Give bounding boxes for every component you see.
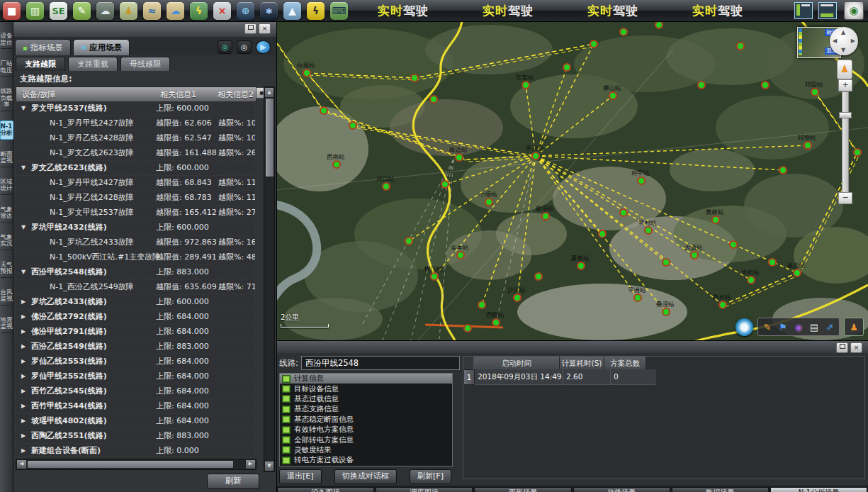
result-col-方案总数[interactable]: 方案总数 (604, 357, 646, 369)
station-marker[interactable] (737, 43, 744, 50)
list-item-基态稳定断面信息[interactable]: 基态稳定断面信息 (280, 415, 452, 425)
layers-close-icon[interactable]: × (213, 2, 231, 20)
result-restore-button[interactable] (836, 342, 848, 353)
scroll-right-icon[interactable]: ▶ (245, 459, 256, 469)
station-marker[interactable] (599, 230, 606, 237)
subtab-支路重载[interactable]: 支路重载 (68, 57, 118, 71)
collapse-icon[interactable]: ▼ (21, 265, 26, 279)
list-item-有效转电方案信息[interactable]: 有效转电方案信息 (280, 425, 452, 435)
layout-left-icon[interactable] (794, 2, 813, 19)
station-marker[interactable] (730, 241, 737, 248)
result-col-启动时间[interactable]: 启动时间 (474, 357, 560, 369)
scene-button-调度图场[interactable]: 调度图场 (376, 487, 473, 492)
subtab-母线越限[interactable]: 母线越限 (120, 57, 170, 71)
map-pan-control[interactable]: ▲ ▼ ◀ ▶ (830, 27, 858, 55)
table-row[interactable]: N-1_罗文乙线2623故障越限值: 161.488越限%: 26.9 (16, 146, 255, 161)
result-close-icon[interactable]: × (850, 342, 862, 353)
table-row[interactable]: ▶新建组合设备(断面)上限: 0.000 (16, 444, 255, 456)
station-marker[interactable] (441, 181, 449, 188)
expand-icon[interactable]: ▶ (21, 354, 26, 369)
table-row[interactable]: ▼罗文甲线2537(线路)上限: 600.000 (16, 101, 255, 116)
list-item-灵敏度结果[interactable]: 灵敏度结果 (280, 445, 452, 455)
mountains-icon[interactable]: ▲ (283, 2, 301, 20)
table-row[interactable]: ▶佛汾乙线2792(线路)上限: 684.000 (16, 310, 255, 325)
zoom-track[interactable] (842, 91, 849, 194)
line-name-input[interactable] (301, 356, 460, 370)
station-marker[interactable] (535, 273, 542, 280)
zoom-in-button[interactable]: + (838, 79, 852, 91)
flash-icon[interactable]: ϟ (307, 2, 325, 20)
expand-icon[interactable]: ▶ (21, 429, 26, 443)
result-row[interactable]: 12018年09月03日 14:49:092.600 (463, 369, 864, 385)
collapse-icon[interactable]: ▼ (21, 161, 26, 175)
rail-item-地震监视[interactable]: 地震监视 (1, 315, 13, 333)
tag-edit-icon[interactable]: ✎ (73, 2, 91, 20)
table-row[interactable]: ▶西陶乙线2551(线路)上限: 883.000 (16, 429, 255, 444)
scada-icon[interactable]: ▥ (26, 2, 44, 20)
pegman-tool-icon[interactable]: ♟ (846, 319, 862, 335)
refresh-button[interactable]: 刷新 (207, 474, 259, 489)
scroll-up-icon[interactable]: ▲ (264, 87, 274, 98)
rail-item-断面监视[interactable]: 断面监视 (1, 149, 13, 167)
hscroll-thumb[interactable] (27, 460, 234, 469)
stop-icon[interactable]: ■ (3, 2, 21, 20)
mode-label-2[interactable]: 实时驾驶 (483, 3, 534, 19)
table-row[interactable]: ▶坡瑶甲线4802(线路)上限: 684.000 (16, 414, 255, 429)
zoom-slider-handle[interactable] (839, 112, 852, 118)
expand-icon[interactable]: ▶ (21, 340, 26, 354)
rain-cloud-icon[interactable]: ☁ (96, 2, 114, 20)
list-item-全部转电方案信息[interactable]: 全部转电方案信息 (280, 435, 452, 445)
table-row[interactable]: ▶佛汾甲线2791(线路)上限: 684.000 (16, 325, 255, 340)
streetview-pegman[interactable]: ♟ (837, 60, 852, 79)
pan-down-icon[interactable]: ▼ (841, 47, 845, 53)
pan-left-icon[interactable]: ◀ (833, 38, 837, 44)
station-marker[interactable] (769, 259, 776, 266)
expand-icon[interactable]: ▶ (21, 414, 26, 428)
collapse-icon[interactable]: ▼ (21, 101, 26, 116)
zoom-out-button[interactable]: − (838, 192, 852, 204)
station-marker[interactable] (349, 122, 356, 129)
rail-item-线路负载率[interactable]: 线路负载率 (1, 86, 13, 111)
scroll-thumb[interactable] (265, 98, 274, 177)
table-row[interactable]: ▶罗仙甲线2552(线路)上限: 684.000 (16, 369, 255, 384)
scene-button-N-1分析场景[interactable]: N-1分析场景 (770, 487, 867, 492)
table-row[interactable]: ▼罗文乙线2623(线路)上限: 600.000 (16, 161, 255, 176)
station-marker[interactable] (779, 167, 787, 174)
table-row[interactable]: N-1_罗丹甲线2427故障越限值: 68.843越限%: 11.4 (16, 176, 255, 191)
globe-icon[interactable]: ⊕ (237, 2, 254, 20)
collapse-icon[interactable]: ▼ (21, 220, 26, 235)
rail-item-台风监视[interactable]: 台风监视 (1, 287, 13, 306)
station-marker[interactable] (655, 21, 663, 28)
station-marker[interactable] (405, 237, 412, 245)
eye-icon[interactable]: ◉ (844, 1, 864, 20)
restore-button[interactable] (244, 23, 257, 34)
list-item-基态过载信息[interactable]: 基态过载信息 (280, 394, 452, 404)
scroll-down-icon[interactable]: ▼ (264, 461, 274, 471)
table-row[interactable]: N-1_西汾乙线2549故障越限值: 635.609越限%: 71.9 (16, 280, 255, 295)
station-marker[interactable] (464, 325, 471, 332)
expand-icon[interactable]: ▶ (21, 325, 26, 339)
label-icon[interactable]: ▤ (806, 319, 822, 335)
subtab-支路越限[interactable]: 支路越限 (16, 57, 65, 71)
station-marker[interactable] (620, 209, 627, 216)
button-切换成对话框[interactable]: 切换成对话框 (334, 469, 397, 484)
station-marker[interactable] (563, 64, 570, 71)
station-marker[interactable] (762, 82, 769, 89)
derrick-icon[interactable]: ♟ (120, 2, 137, 20)
expand-icon[interactable]: ▶ (21, 295, 26, 309)
table-row[interactable]: N-1_500kV西江站.#1主变故障越限值: 289.491越限%: 48.2 (16, 250, 255, 265)
operator-icon[interactable]: ⌨ (330, 2, 348, 20)
pin-icon[interactable]: ◉ (791, 319, 806, 335)
station-marker[interactable] (590, 40, 597, 47)
list-item-基态支路信息[interactable]: 基态支路信息 (280, 404, 452, 414)
network-icon[interactable]: ∗ (260, 2, 278, 20)
horizontal-scrollbar[interactable]: ◀ ▶ (16, 459, 257, 470)
record-white-button[interactable]: ◎ (237, 40, 252, 54)
station-marker[interactable] (478, 301, 485, 308)
row-number[interactable]: 1 (463, 369, 475, 385)
mode-label-1[interactable]: 实时驾驶 (378, 3, 429, 19)
scene-button-数据场景[interactable]: 数据场景 (672, 487, 769, 492)
rail-item-气象实况[interactable]: 气象实况 (1, 232, 13, 250)
table-row[interactable]: N-1_罗丹甲线2427故障越限值: 62.606越限%: 10.4 (16, 116, 255, 131)
scene-button-趋势场景[interactable]: 趋势场景 (573, 487, 670, 492)
